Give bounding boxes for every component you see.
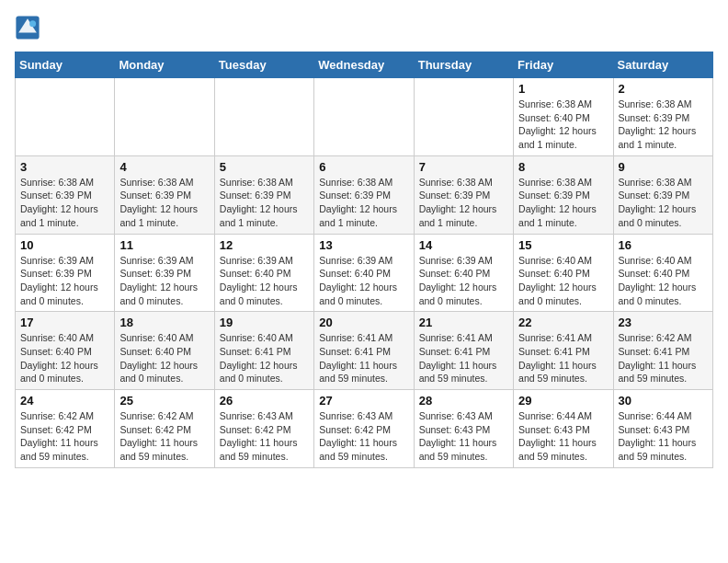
- day-number: 2: [619, 82, 708, 96]
- day-number: 12: [220, 238, 309, 252]
- calendar-cell: 12Sunrise: 6:39 AM Sunset: 6:40 PM Dayli…: [214, 234, 313, 312]
- weekday-header-sunday: Sunday: [16, 52, 115, 78]
- calendar-cell: 29Sunrise: 6:44 AM Sunset: 6:43 PM Dayli…: [514, 390, 613, 468]
- calendar-cell: 28Sunrise: 6:43 AM Sunset: 6:43 PM Dayli…: [414, 390, 513, 468]
- weekday-header-tuesday: Tuesday: [214, 52, 313, 78]
- calendar-header-row: SundayMondayTuesdayWednesdayThursdayFrid…: [16, 52, 713, 78]
- day-number: 21: [419, 316, 508, 329]
- day-info: Sunrise: 6:41 AM Sunset: 6:41 PM Dayligh…: [518, 331, 608, 385]
- day-number: 20: [319, 316, 408, 329]
- logo-icon: [15, 15, 40, 40]
- calendar-cell: 6Sunrise: 6:38 AM Sunset: 6:39 PM Daylig…: [314, 155, 414, 234]
- calendar-cell: [214, 78, 313, 156]
- calendar-week-row: 3Sunrise: 6:38 AM Sunset: 6:39 PM Daylig…: [16, 155, 713, 234]
- day-info: Sunrise: 6:42 AM Sunset: 6:42 PM Dayligh…: [119, 409, 209, 464]
- day-number: 27: [319, 394, 408, 408]
- day-info: Sunrise: 6:38 AM Sunset: 6:39 PM Dayligh…: [619, 176, 708, 230]
- calendar-cell: 21Sunrise: 6:41 AM Sunset: 6:41 PM Dayli…: [414, 312, 513, 390]
- day-number: 24: [20, 394, 109, 408]
- weekday-header-saturday: Saturday: [613, 52, 712, 78]
- day-number: 14: [419, 238, 508, 252]
- calendar-week-row: 10Sunrise: 6:39 AM Sunset: 6:39 PM Dayli…: [16, 234, 713, 312]
- calendar-cell: 19Sunrise: 6:40 AM Sunset: 6:41 PM Dayli…: [214, 312, 313, 390]
- calendar-cell: 10Sunrise: 6:39 AM Sunset: 6:39 PM Dayli…: [16, 234, 115, 312]
- calendar-cell: 11Sunrise: 6:39 AM Sunset: 6:39 PM Dayli…: [115, 234, 214, 312]
- calendar-cell: 30Sunrise: 6:44 AM Sunset: 6:43 PM Dayli…: [613, 390, 712, 468]
- day-info: Sunrise: 6:38 AM Sunset: 6:39 PM Dayligh…: [119, 176, 209, 230]
- weekday-header-friday: Friday: [514, 52, 613, 78]
- calendar-cell: 26Sunrise: 6:43 AM Sunset: 6:42 PM Dayli…: [214, 390, 313, 468]
- calendar-cell: 3Sunrise: 6:38 AM Sunset: 6:39 PM Daylig…: [16, 155, 115, 234]
- day-number: 1: [518, 82, 608, 96]
- day-info: Sunrise: 6:38 AM Sunset: 6:39 PM Dayligh…: [220, 176, 309, 230]
- calendar-cell: [16, 78, 115, 156]
- calendar-cell: [314, 78, 414, 156]
- logo: [15, 15, 42, 40]
- day-number: 25: [119, 394, 209, 408]
- day-number: 3: [20, 160, 109, 174]
- weekday-header-monday: Monday: [115, 52, 214, 78]
- day-info: Sunrise: 6:41 AM Sunset: 6:41 PM Dayligh…: [419, 331, 508, 385]
- calendar-cell: 2Sunrise: 6:38 AM Sunset: 6:39 PM Daylig…: [613, 78, 712, 156]
- calendar-cell: 20Sunrise: 6:41 AM Sunset: 6:41 PM Dayli…: [314, 312, 414, 390]
- calendar-cell: 27Sunrise: 6:43 AM Sunset: 6:42 PM Dayli…: [314, 390, 414, 468]
- calendar-table: SundayMondayTuesdayWednesdayThursdayFrid…: [15, 52, 713, 468]
- day-number: 8: [518, 160, 608, 174]
- day-info: Sunrise: 6:43 AM Sunset: 6:42 PM Dayligh…: [220, 409, 309, 464]
- calendar-cell: [414, 78, 513, 156]
- day-info: Sunrise: 6:42 AM Sunset: 6:42 PM Dayligh…: [20, 409, 109, 464]
- day-number: 15: [518, 238, 608, 252]
- day-info: Sunrise: 6:40 AM Sunset: 6:40 PM Dayligh…: [119, 331, 209, 385]
- calendar-cell: 9Sunrise: 6:38 AM Sunset: 6:39 PM Daylig…: [613, 155, 712, 234]
- day-number: 18: [119, 316, 209, 329]
- day-number: 13: [319, 238, 408, 252]
- day-number: 17: [20, 316, 109, 329]
- day-number: 11: [119, 238, 209, 252]
- day-info: Sunrise: 6:38 AM Sunset: 6:39 PM Dayligh…: [20, 176, 109, 230]
- day-info: Sunrise: 6:43 AM Sunset: 6:43 PM Dayligh…: [419, 409, 508, 464]
- calendar-cell: 23Sunrise: 6:42 AM Sunset: 6:41 PM Dayli…: [613, 312, 712, 390]
- weekday-header-wednesday: Wednesday: [314, 52, 414, 78]
- calendar-week-row: 1Sunrise: 6:38 AM Sunset: 6:40 PM Daylig…: [16, 78, 713, 156]
- day-info: Sunrise: 6:38 AM Sunset: 6:39 PM Dayligh…: [319, 176, 408, 230]
- calendar-cell: 15Sunrise: 6:40 AM Sunset: 6:40 PM Dayli…: [514, 234, 613, 312]
- day-number: 5: [220, 160, 309, 174]
- calendar-cell: [115, 78, 214, 156]
- calendar-cell: 18Sunrise: 6:40 AM Sunset: 6:40 PM Dayli…: [115, 312, 214, 390]
- day-number: 4: [119, 160, 209, 174]
- calendar-cell: 4Sunrise: 6:38 AM Sunset: 6:39 PM Daylig…: [115, 155, 214, 234]
- day-number: 7: [419, 160, 508, 174]
- day-number: 6: [319, 160, 408, 174]
- day-number: 22: [518, 316, 608, 329]
- calendar-cell: 13Sunrise: 6:39 AM Sunset: 6:40 PM Dayli…: [314, 234, 414, 312]
- day-number: 16: [619, 238, 708, 252]
- day-number: 9: [619, 160, 708, 174]
- day-number: 30: [619, 394, 708, 408]
- calendar-cell: 17Sunrise: 6:40 AM Sunset: 6:40 PM Dayli…: [16, 312, 115, 390]
- day-info: Sunrise: 6:42 AM Sunset: 6:41 PM Dayligh…: [619, 331, 708, 385]
- day-info: Sunrise: 6:38 AM Sunset: 6:39 PM Dayligh…: [518, 176, 608, 230]
- day-info: Sunrise: 6:39 AM Sunset: 6:40 PM Dayligh…: [319, 254, 408, 308]
- day-number: 26: [220, 394, 309, 408]
- day-info: Sunrise: 6:38 AM Sunset: 6:40 PM Dayligh…: [518, 98, 608, 152]
- calendar-cell: 1Sunrise: 6:38 AM Sunset: 6:40 PM Daylig…: [514, 78, 613, 156]
- day-info: Sunrise: 6:39 AM Sunset: 6:39 PM Dayligh…: [20, 254, 109, 308]
- day-info: Sunrise: 6:40 AM Sunset: 6:40 PM Dayligh…: [619, 254, 708, 308]
- calendar-cell: 8Sunrise: 6:38 AM Sunset: 6:39 PM Daylig…: [514, 155, 613, 234]
- day-info: Sunrise: 6:41 AM Sunset: 6:41 PM Dayligh…: [319, 331, 408, 385]
- day-number: 28: [419, 394, 508, 408]
- calendar-week-row: 17Sunrise: 6:40 AM Sunset: 6:40 PM Dayli…: [16, 312, 713, 390]
- calendar-cell: 22Sunrise: 6:41 AM Sunset: 6:41 PM Dayli…: [514, 312, 613, 390]
- calendar-cell: 25Sunrise: 6:42 AM Sunset: 6:42 PM Dayli…: [115, 390, 214, 468]
- day-info: Sunrise: 6:40 AM Sunset: 6:40 PM Dayligh…: [518, 254, 608, 308]
- calendar-cell: 24Sunrise: 6:42 AM Sunset: 6:42 PM Dayli…: [16, 390, 115, 468]
- day-number: 29: [518, 394, 608, 408]
- svg-point-2: [29, 20, 36, 27]
- calendar-cell: 5Sunrise: 6:38 AM Sunset: 6:39 PM Daylig…: [214, 155, 313, 234]
- day-info: Sunrise: 6:38 AM Sunset: 6:39 PM Dayligh…: [619, 98, 708, 152]
- calendar-cell: 16Sunrise: 6:40 AM Sunset: 6:40 PM Dayli…: [613, 234, 712, 312]
- weekday-header-thursday: Thursday: [414, 52, 513, 78]
- day-number: 23: [619, 316, 708, 329]
- day-number: 19: [220, 316, 309, 329]
- calendar-week-row: 24Sunrise: 6:42 AM Sunset: 6:42 PM Dayli…: [16, 390, 713, 468]
